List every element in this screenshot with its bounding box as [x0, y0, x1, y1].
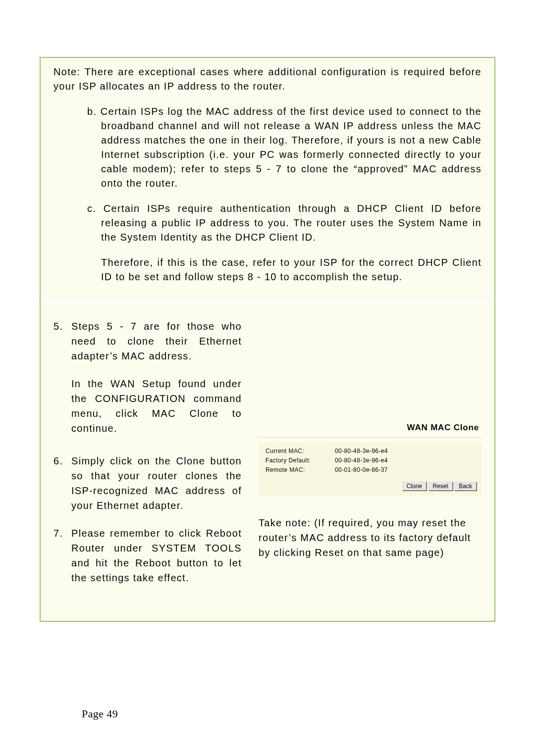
step-5-text: Steps 5 - 7 are for those who need to cl…: [71, 321, 242, 361]
mac-row-current-value: 00-80-48-3e-96-e4: [335, 447, 388, 456]
screenshot-column: WAN MAC Clone Current MAC: 00-80-48-3e-9…: [259, 319, 482, 598]
mac-row-factory-label: Factory Default:: [266, 456, 335, 465]
mac-row-current: Current MAC: 00-80-48-3e-96-e4: [266, 447, 477, 456]
sub-item-c-text: Certain ISPs require authentication thro…: [101, 203, 482, 243]
step-6-number: 6.: [54, 454, 63, 468]
back-button[interactable]: Back: [454, 482, 477, 491]
step-5-number: 5.: [54, 319, 63, 334]
step-6: 6. Simply click on the Clone button so t…: [54, 454, 242, 513]
mac-clone-divider: [259, 437, 482, 438]
step-5: 5. Steps 5 - 7 are for those who need to…: [54, 319, 242, 363]
clone-button[interactable]: Clone: [402, 482, 427, 491]
step-7: 7. Please remember to click Reboot Route…: [54, 526, 242, 585]
content-box: Note: There are exceptional cases where …: [40, 57, 495, 622]
mac-row-remote: Remote MAC: 00-01-80-0e-86-37: [266, 465, 477, 475]
two-column-area: 5. Steps 5 - 7 are for those who need to…: [54, 319, 482, 598]
mac-row-factory-value: 00-80-48-3e-96-e4: [335, 456, 388, 465]
sub-item-c-para2: Therefore, if this is the case, refer to…: [54, 255, 482, 284]
mac-row-current-label: Current MAC:: [266, 447, 335, 456]
mac-row-remote-label: Remote MAC:: [266, 465, 335, 475]
mac-clone-buttons: Clone Reset Back: [266, 481, 477, 491]
step-5-para2: In the WAN Setup found under the CONFIGU…: [54, 376, 242, 436]
mac-clone-title: WAN MAC Clone: [259, 423, 482, 433]
mac-clone-body: Current MAC: 00-80-48-3e-96-e4 Factory D…: [259, 443, 482, 496]
sub-item-c-marker: c.: [87, 203, 96, 214]
mac-clone-panel: WAN MAC Clone Current MAC: 00-80-48-3e-9…: [259, 423, 482, 496]
sub-item-b: b. Certain ISPs log the MAC address of t…: [54, 104, 482, 191]
section-divider: [41, 302, 494, 304]
take-note-text: Take note: (If required, you may reset t…: [259, 515, 482, 560]
note-intro: Note: There are exceptional cases where …: [54, 65, 482, 94]
steps-column: 5. Steps 5 - 7 are for those who need to…: [54, 319, 242, 598]
mac-row-factory: Factory Default: 00-80-48-3e-96-e4: [266, 456, 477, 465]
page: Note: There are exceptional cases where …: [0, 0, 535, 756]
step-7-text: Please remember to click Reboot Router u…: [71, 528, 242, 583]
step-6-text: Simply click on the Clone button so that…: [71, 455, 242, 511]
sub-item-c: c. Certain ISPs require authentication t…: [54, 202, 482, 245]
reset-button[interactable]: Reset: [428, 482, 453, 491]
sub-list: b. Certain ISPs log the MAC address of t…: [54, 104, 482, 284]
sub-item-b-text: Certain ISPs log the MAC address of the …: [101, 106, 482, 189]
mac-row-remote-value: 00-01-80-0e-86-37: [335, 465, 388, 475]
step-7-number: 7.: [54, 526, 63, 541]
page-number: Page 49: [82, 707, 118, 720]
sub-item-b-marker: b.: [87, 106, 97, 117]
